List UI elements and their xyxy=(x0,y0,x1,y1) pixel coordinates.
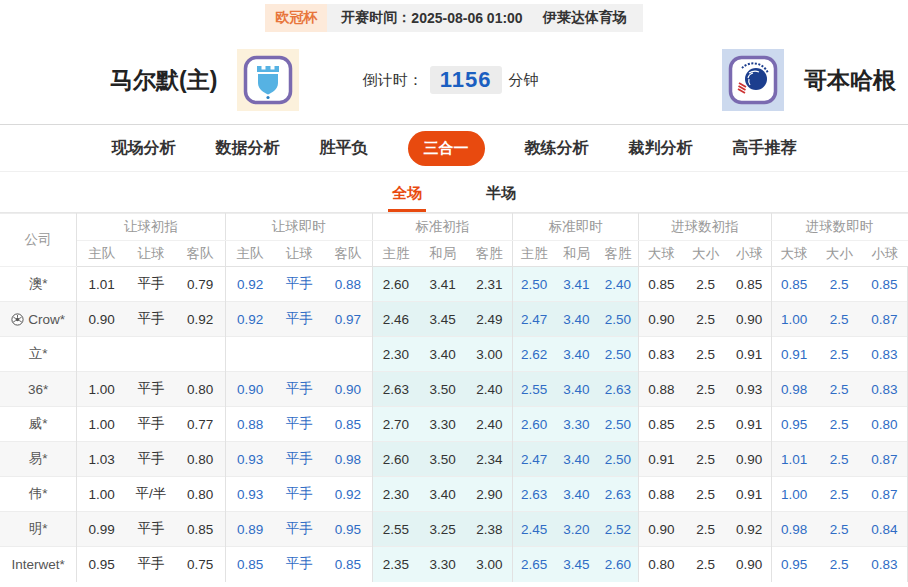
odds-cell: 2.62 xyxy=(513,337,555,372)
odds-cell: 2.65 xyxy=(513,547,555,582)
nav-tab-3[interactable]: 胜平负 xyxy=(320,138,368,159)
odds-cell: 0.95 xyxy=(324,512,372,547)
odds-cell: 0.98 xyxy=(324,442,372,477)
odds-cell: 2.5 xyxy=(683,477,727,512)
subcol-header: 大小 xyxy=(683,241,727,267)
odds-cell: 2.50 xyxy=(598,337,639,372)
odds-cell: 0.90 xyxy=(639,512,683,547)
odds-cell: 3.45 xyxy=(419,302,466,337)
odds-cell: 0.85 xyxy=(639,407,683,442)
odds-cell: 3.40 xyxy=(555,442,597,477)
odds-cell xyxy=(77,337,126,372)
countdown-label: 倒计时： xyxy=(363,71,423,90)
odds-cell: 3.41 xyxy=(419,267,466,302)
odds-cell: 2.60 xyxy=(513,407,555,442)
company-name: Crow* xyxy=(28,312,65,327)
odds-cell: 0.93 xyxy=(225,477,274,512)
away-team: 哥本哈根 xyxy=(722,49,896,111)
odds-cell: 0.95 xyxy=(771,547,816,582)
odds-cell: 0.95 xyxy=(77,547,126,582)
table-row: 立*2.303.403.002.623.402.500.832.50.910.9… xyxy=(0,337,908,372)
company-cell: 立* xyxy=(0,337,77,372)
odds-cell: 0.90 xyxy=(77,302,126,337)
group-header-handicap-live: 让球即时 xyxy=(225,214,372,241)
sub-tab-1[interactable]: 全场 xyxy=(388,176,426,212)
nav-tab-5[interactable]: 教练分析 xyxy=(525,138,589,159)
company-cell: Crow* xyxy=(0,302,77,337)
venue-name: 伊莱达体育场 xyxy=(535,4,643,32)
odds-cell: 0.90 xyxy=(639,302,683,337)
odds-cell: 0.79 xyxy=(176,267,225,302)
group-header-goals-live: 进球数即时 xyxy=(771,214,907,241)
odds-cell: 0.90 xyxy=(728,442,771,477)
odds-cell: 2.5 xyxy=(817,547,862,582)
odds-cell: 3.00 xyxy=(466,337,512,372)
odds-cell: 0.85 xyxy=(771,267,816,302)
odds-cell xyxy=(324,337,372,372)
odds-cell: 2.5 xyxy=(817,407,862,442)
nav-tab-1[interactable]: 现场分析 xyxy=(112,138,176,159)
odds-cell: 0.87 xyxy=(862,477,908,512)
company-cell: 澳* xyxy=(0,267,77,302)
odds-cell: 2.45 xyxy=(513,512,555,547)
odds-cell: 0.90 xyxy=(225,372,274,407)
odds-cell: 0.90 xyxy=(728,302,771,337)
odds-cell: 2.63 xyxy=(598,477,639,512)
company-name: Interwet* xyxy=(11,557,64,572)
odds-cell: 2.5 xyxy=(683,267,727,302)
nav-tab-4[interactable]: 三合一 xyxy=(408,131,485,166)
company-cell: 伟* xyxy=(0,477,77,512)
company-name: 36* xyxy=(28,382,48,397)
company-name: 立* xyxy=(29,346,48,361)
nav-tab-6[interactable]: 裁判分析 xyxy=(629,138,693,159)
odds-cell: 0.91 xyxy=(639,442,683,477)
odds-cell: 平手 xyxy=(126,372,175,407)
odds-cell: 2.49 xyxy=(466,302,512,337)
odds-cell: 0.75 xyxy=(176,547,225,582)
odds-cell: 2.5 xyxy=(683,302,727,337)
odds-cell: 2.31 xyxy=(466,267,512,302)
odds-cell: 3.40 xyxy=(555,337,597,372)
odds-cell: 3.50 xyxy=(419,442,466,477)
subcol-header: 和局 xyxy=(419,241,466,267)
odds-cell: 1.00 xyxy=(77,477,126,512)
odds-cell: 0.93 xyxy=(728,372,771,407)
odds-cell: 0.91 xyxy=(728,337,771,372)
league-badge: 欧冠杯 xyxy=(265,4,327,32)
odds-cell: 3.20 xyxy=(555,512,597,547)
odds-cell: 平手 xyxy=(275,477,324,512)
odds-cell: 2.46 xyxy=(372,302,418,337)
sub-tab-2[interactable]: 半场 xyxy=(482,176,520,212)
odds-cell: 2.30 xyxy=(372,337,418,372)
group-header-1x2-live: 标准即时 xyxy=(513,214,639,241)
odds-cell: 2.30 xyxy=(372,477,418,512)
odds-cell: 2.5 xyxy=(683,372,727,407)
kickoff-label: 开赛时间： xyxy=(341,9,411,27)
odds-cell: 2.34 xyxy=(466,442,512,477)
nav-tab-2[interactable]: 数据分析 xyxy=(216,138,280,159)
copenhagen-crest-icon xyxy=(728,55,778,105)
odds-cell: 3.50 xyxy=(419,372,466,407)
odds-cell: 2.5 xyxy=(817,442,862,477)
odds-cell: 0.83 xyxy=(639,337,683,372)
odds-cell: 0.99 xyxy=(77,512,126,547)
odds-cell: 2.40 xyxy=(598,267,639,302)
match-info-strip: 欧冠杯 开赛时间：2025-08-06 01:00 伊莱达体育场 xyxy=(265,4,642,32)
countdown-value: 1156 xyxy=(430,66,502,94)
subcol-header: 和局 xyxy=(555,241,597,267)
odds-cell: 0.91 xyxy=(771,337,816,372)
company-cell: 易* xyxy=(0,442,77,477)
odds-cell: 0.87 xyxy=(862,302,908,337)
odds-cell: 0.97 xyxy=(324,302,372,337)
odds-cell: 0.77 xyxy=(176,407,225,442)
football-icon xyxy=(11,313,24,326)
team-header: 马尔默(主) 倒计时： 1156 分钟 哥本哈根 xyxy=(0,36,908,125)
odds-cell: 3.40 xyxy=(555,477,597,512)
table-row: 36*1.00平手0.800.90平手0.902.633.502.402.553… xyxy=(0,372,908,407)
match-info-bar: 欧冠杯 开赛时间：2025-08-06 01:00 伊莱达体育场 xyxy=(0,0,908,36)
odds-cell: 2.47 xyxy=(513,302,555,337)
odds-cell: 2.5 xyxy=(683,442,727,477)
nav-tab-7[interactable]: 高手推荐 xyxy=(733,138,797,159)
subcol-header: 大小 xyxy=(817,241,862,267)
odds-cell: 平/半 xyxy=(126,477,175,512)
